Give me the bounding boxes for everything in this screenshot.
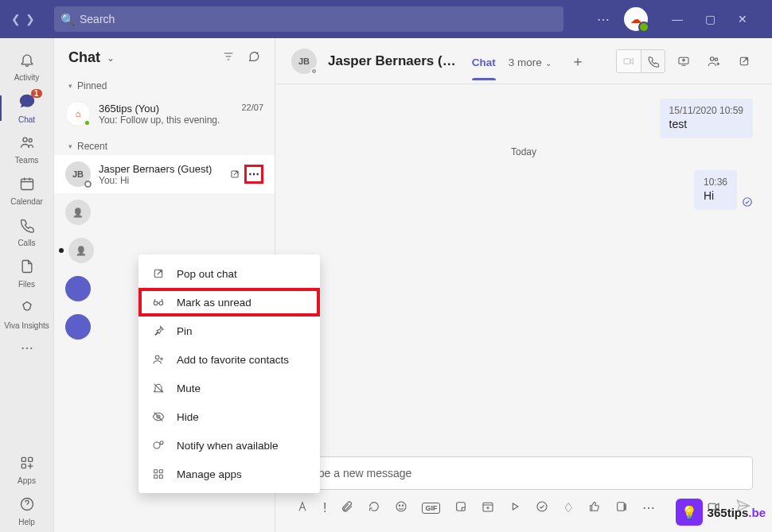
- rail-label: Teams: [15, 156, 38, 165]
- chat-header: JB Jasper Bernaers (… Chat 3 more ⌄ ＋: [275, 38, 772, 84]
- chevron-down-icon[interactable]: ⌄: [107, 52, 115, 64]
- call-controls: [616, 49, 665, 73]
- message-bubble[interactable]: 15/11/2020 10:59 test: [660, 99, 753, 138]
- gif-icon[interactable]: GIF: [422, 503, 440, 514]
- menu-mute[interactable]: Mute: [138, 374, 320, 402]
- watermark-text: 365tips.be: [708, 506, 766, 519]
- nav-forward-icon[interactable]: ❯: [25, 13, 35, 25]
- stream-icon[interactable]: [509, 500, 521, 516]
- chat-context-menu: Pop out chat Mark as unread Pin Add to f…: [138, 254, 320, 493]
- format-icon[interactable]: [296, 500, 309, 516]
- current-user-avatar[interactable]: ☁: [624, 7, 648, 31]
- svg-point-9: [154, 301, 158, 305]
- priority-icon[interactable]: !: [323, 501, 326, 515]
- rail-activity[interactable]: Activity: [0, 46, 53, 87]
- loop-icon[interactable]: [368, 500, 380, 516]
- teams-icon: [19, 134, 35, 154]
- rail-chat[interactable]: 1 Chat: [0, 87, 53, 129]
- praise-icon[interactable]: [588, 500, 601, 516]
- sticker-icon[interactable]: [454, 500, 467, 516]
- titlebar-more-icon[interactable]: ⋯: [597, 12, 610, 27]
- avatar: [65, 314, 91, 340]
- rail-viva-insights[interactable]: Viva Insights: [0, 294, 53, 336]
- search-icon: 🔍: [60, 13, 76, 27]
- rail-label: Chat: [18, 115, 35, 124]
- screen-share-icon[interactable]: [672, 50, 696, 72]
- app-rail: Activity 1 Chat Teams Calendar: [0, 38, 54, 532]
- menu-notify-when-available[interactable]: Notify when available: [138, 431, 320, 460]
- schedule-meeting-icon[interactable]: [482, 500, 494, 516]
- popout-icon: [151, 267, 166, 280]
- video-call-icon[interactable]: [617, 50, 641, 72]
- rail-more-icon[interactable]: ⋯: [21, 340, 33, 355]
- tab-chat[interactable]: Chat: [472, 42, 496, 80]
- window-minimize-icon[interactable]: —: [672, 13, 683, 25]
- section-pinned[interactable]: Pinned: [54, 72, 275, 95]
- menu-mark-as-unread[interactable]: Mark as unread: [138, 288, 320, 316]
- message-input[interactable]: [306, 467, 741, 480]
- menu-label: Mark as unread: [177, 297, 251, 309]
- day-separator: Today: [294, 146, 753, 157]
- menu-label: Mute: [177, 382, 201, 394]
- svg-point-1: [29, 139, 32, 142]
- new-chat-icon[interactable]: [248, 50, 260, 66]
- svg-rect-15: [154, 470, 158, 473]
- emoji-icon[interactable]: [395, 500, 407, 516]
- svg-point-14: [160, 441, 163, 445]
- unread-dot: [59, 248, 64, 253]
- message-bubble[interactable]: 10:36 Hi: [694, 170, 737, 210]
- menu-hide[interactable]: Hide: [138, 402, 320, 431]
- popout-chat-icon[interactable]: [732, 50, 756, 72]
- viva-insights-icon: [19, 300, 35, 320]
- svg-point-10: [159, 301, 163, 305]
- rail-help[interactable]: Help: [0, 491, 53, 532]
- more-apps-icon[interactable]: ⋯: [642, 500, 655, 515]
- tab-more[interactable]: 3 more ⌄: [509, 42, 552, 80]
- menu-pop-out-chat[interactable]: Pop out chat: [138, 259, 320, 288]
- svg-point-25: [396, 502, 406, 511]
- window-close-icon[interactable]: ✕: [738, 13, 747, 25]
- menu-add-favorite[interactable]: Add to favorite contacts: [138, 345, 320, 374]
- rail-calls[interactable]: Calls: [0, 212, 53, 253]
- chat-header-avatar: JB: [291, 49, 317, 74]
- audio-call-icon[interactable]: [641, 50, 665, 72]
- message-composer[interactable]: [294, 456, 753, 490]
- window-maximize-icon[interactable]: ▢: [705, 13, 715, 25]
- chat-item-obscured[interactable]: 👤: [54, 193, 275, 231]
- svg-point-30: [537, 502, 547, 511]
- message-timestamp: 15/11/2020 10:59: [669, 105, 743, 116]
- search-input[interactable]: [54, 6, 563, 32]
- nav-back-icon[interactable]: ❮: [11, 13, 21, 25]
- messages-area: 15/11/2020 10:59 test Today 10:36 Hi: [275, 84, 772, 456]
- rail-calendar[interactable]: Calendar: [0, 170, 53, 212]
- chat-item-more-button[interactable]: ⋯: [244, 165, 263, 184]
- avatar: [65, 276, 91, 301]
- popout-icon[interactable]: [227, 166, 243, 182]
- chat-list-title: Chat: [68, 49, 100, 66]
- svg-point-21: [711, 56, 715, 60]
- filter-icon[interactable]: [222, 50, 235, 66]
- menu-label: Add to favorite contacts: [177, 354, 289, 366]
- chat-item-selected[interactable]: JB Jasper Bernaers (Guest) You: Hi ⋯: [54, 155, 275, 193]
- chat-item-pinned[interactable]: ⌂ 365tips (You) You: Follow up, this eve…: [54, 95, 275, 133]
- svg-point-22: [715, 58, 717, 60]
- chat-header-title: Jasper Bernaers (…: [328, 53, 456, 69]
- approvals-icon[interactable]: [536, 500, 548, 516]
- rail-apps[interactable]: Apps: [0, 449, 53, 491]
- presence-notify-icon: [151, 439, 166, 452]
- chat-item-name: Jasper Bernaers (Guest): [99, 163, 219, 175]
- rail-teams[interactable]: Teams: [0, 129, 53, 170]
- rail-files[interactable]: Files: [0, 253, 53, 294]
- onenote-icon[interactable]: [615, 500, 628, 516]
- menu-manage-apps[interactable]: Manage apps: [138, 460, 320, 488]
- menu-pin[interactable]: Pin: [138, 316, 320, 345]
- watermark-badge-icon: 💡: [676, 499, 703, 526]
- svg-rect-19: [624, 58, 630, 64]
- rail-label: Viva Insights: [4, 321, 49, 330]
- message-text: test: [669, 118, 743, 130]
- add-people-icon[interactable]: [702, 50, 726, 72]
- section-recent[interactable]: Recent: [54, 133, 275, 155]
- viva-icon[interactable]: ♢: [563, 500, 574, 515]
- attach-icon[interactable]: [341, 500, 353, 516]
- add-tab-icon[interactable]: ＋: [571, 52, 585, 71]
